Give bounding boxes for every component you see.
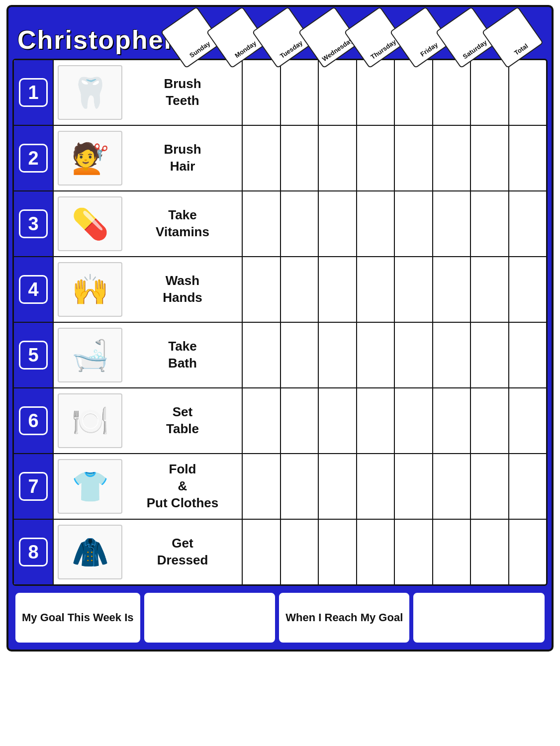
check-cell-7-tuesday[interactable] [319,454,357,519]
day-cells-row-1 [243,60,546,125]
goal-input-box[interactable] [144,593,276,643]
check-cell-2-sunday[interactable] [243,126,281,190]
check-cell-5-wednesday[interactable] [357,323,395,387]
check-cell-2-friday[interactable] [433,126,471,190]
task-cell-7: 👕Fold& Put Clothes [54,454,243,519]
check-cell-3-thursday[interactable] [395,191,433,256]
task-icon-4: 🙌 [58,262,122,317]
check-cell-3-friday[interactable] [433,191,471,256]
check-cell-6-thursday[interactable] [395,388,433,453]
check-cell-7-sunday[interactable] [243,454,281,519]
check-cell-3-monday[interactable] [281,191,319,256]
check-cell-3-saturday[interactable] [471,191,509,256]
task-icon-3: 💊 [58,196,122,251]
check-cell-5-saturday[interactable] [471,323,509,387]
check-cell-1-sunday[interactable] [243,60,281,125]
check-cell-5-total[interactable] [509,323,547,387]
task-icon-5: 🛁 [58,328,122,382]
check-cell-2-tuesday[interactable] [319,126,357,190]
task-name-8: GetDressed [127,535,238,569]
check-cell-7-total[interactable] [509,454,547,519]
check-cell-7-wednesday[interactable] [357,454,395,519]
task-icon-7: 👕 [58,459,122,514]
check-cell-2-thursday[interactable] [395,126,433,190]
check-cell-6-saturday[interactable] [471,388,509,453]
task-cell-8: 🧥GetDressed [54,520,243,584]
check-cell-1-friday[interactable] [433,60,471,125]
check-cell-4-friday[interactable] [433,257,471,322]
check-cell-7-friday[interactable] [433,454,471,519]
check-cell-8-tuesday[interactable] [319,520,357,584]
day-headers: SundayMondayTuesdayWednesdayThursdayFrid… [182,11,548,57]
check-cell-1-monday[interactable] [281,60,319,125]
task-number-badge: 2 [19,144,48,173]
check-cell-2-wednesday[interactable] [357,126,395,190]
reward-input-box[interactable] [413,593,545,643]
task-name-2: BrushHair [127,141,238,175]
check-cell-3-wednesday[interactable] [357,191,395,256]
check-cell-1-saturday[interactable] [471,60,509,125]
check-cell-5-monday[interactable] [281,323,319,387]
task-name-5: TakeBath [127,338,238,372]
task-icon-2: 💇 [58,131,122,186]
task-cell-4: 🙌WashHands [54,257,243,322]
task-number-badge: 5 [19,341,48,370]
check-cell-3-tuesday[interactable] [319,191,357,256]
chart-title: Christopher [17,25,175,54]
check-cell-3-sunday[interactable] [243,191,281,256]
check-cell-6-monday[interactable] [281,388,319,453]
check-cell-1-tuesday[interactable] [319,60,357,125]
task-name-3: TakeVitamins [127,207,238,241]
check-cell-4-total[interactable] [509,257,547,322]
check-cell-8-total[interactable] [509,520,547,584]
task-number-badge: 6 [19,406,48,435]
check-cell-6-wednesday[interactable] [357,388,395,453]
main-grid: 1🦷BrushTeeth2💇BrushHair3💊TakeVitamins4🙌W… [12,59,548,586]
check-cell-2-total[interactable] [509,126,547,190]
goal-label: My Goal This Week Is [15,593,140,643]
check-cell-5-sunday[interactable] [243,323,281,387]
check-cell-5-thursday[interactable] [395,323,433,387]
task-number-badge: 4 [19,275,48,304]
check-cell-7-thursday[interactable] [395,454,433,519]
check-cell-8-saturday[interactable] [471,520,509,584]
task-cell-3: 💊TakeVitamins [54,191,243,256]
check-cell-1-wednesday[interactable] [357,60,395,125]
check-cell-7-monday[interactable] [281,454,319,519]
check-cell-4-thursday[interactable] [395,257,433,322]
check-cell-8-sunday[interactable] [243,520,281,584]
check-cell-2-monday[interactable] [281,126,319,190]
num-cell-2: 2 [14,126,54,190]
check-cell-6-tuesday[interactable] [319,388,357,453]
num-cell-1: 1 [14,60,54,125]
task-number-badge: 7 [19,472,48,501]
task-cell-1: 🦷BrushTeeth [54,60,243,125]
check-cell-1-total[interactable] [509,60,547,125]
check-cell-4-tuesday[interactable] [319,257,357,322]
check-cell-8-wednesday[interactable] [357,520,395,584]
task-icon-6: 🍽️ [58,393,122,448]
day-cells-row-5 [243,323,546,387]
check-cell-7-saturday[interactable] [471,454,509,519]
task-row-3: 3💊TakeVitamins [14,191,546,257]
check-cell-6-sunday[interactable] [243,388,281,453]
check-cell-4-wednesday[interactable] [357,257,395,322]
check-cell-8-friday[interactable] [433,520,471,584]
task-name-6: SetTable [127,404,238,438]
check-cell-8-monday[interactable] [281,520,319,584]
check-cell-4-sunday[interactable] [243,257,281,322]
check-cell-6-friday[interactable] [433,388,471,453]
check-cell-8-thursday[interactable] [395,520,433,584]
task-number-badge: 1 [19,78,48,107]
num-cell-8: 8 [14,520,54,584]
check-cell-4-saturday[interactable] [471,257,509,322]
check-cell-6-total[interactable] [509,388,547,453]
day-cells-row-8 [243,520,546,584]
check-cell-1-thursday[interactable] [395,60,433,125]
check-cell-4-monday[interactable] [281,257,319,322]
check-cell-5-friday[interactable] [433,323,471,387]
check-cell-5-tuesday[interactable] [319,323,357,387]
task-cell-2: 💇BrushHair [54,126,243,190]
check-cell-2-saturday[interactable] [471,126,509,190]
check-cell-3-total[interactable] [509,191,547,256]
